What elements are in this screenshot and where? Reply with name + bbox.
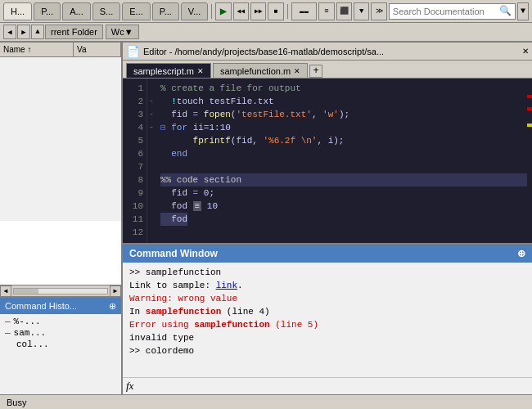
status-bar: Busy: [0, 394, 532, 409]
dash-icon: —: [5, 328, 11, 338]
editor-title-bar: 📄 Editor - /home/andy/projects/base16-ma…: [123, 43, 532, 61]
cmd-line-ref2: (line 5): [270, 320, 318, 330]
toolbar-btn3[interactable]: ⬛: [336, 2, 352, 20]
tab-v[interactable]: V...: [181, 2, 209, 20]
tab-e[interactable]: E...: [122, 2, 151, 20]
cmd-input[interactable]: [137, 381, 529, 391]
command-window-panel: Command Window ⊕ >> samplefunction Link …: [123, 243, 532, 394]
tab-s[interactable]: S...: [92, 2, 121, 20]
filter-button[interactable]: ▼: [517, 2, 529, 20]
toolbar-sep1: [211, 4, 212, 19]
cmd-window-content[interactable]: >> samplefunction Link to sample: link. …: [123, 263, 532, 377]
left-panel: Name ↑ Va ◀ ▶ Command Histo... ⊕: [0, 43, 123, 394]
command-history-panel: Command Histo... ⊕ — %-... — sam... col.…: [0, 296, 121, 394]
search-box: 🔍: [389, 3, 516, 20]
search-icon[interactable]: 🔍: [499, 5, 512, 17]
cmd-fn-link2[interactable]: samplefunction: [194, 320, 269, 330]
cmd-prompt2: >> colordemo: [129, 346, 194, 356]
cmd-history-title: Command Histo...: [5, 301, 77, 311]
toolbar-btn2[interactable]: ≡: [318, 2, 334, 20]
cmd-line-3: Warning: wrong value: [129, 292, 525, 305]
toolbar-btn5[interactable]: ≫: [371, 2, 386, 20]
cmd-line-4: In samplefunction (line 4): [129, 305, 525, 318]
file-table-header: Name ↑ Va: [0, 43, 121, 57]
list-item: — sam...: [3, 327, 118, 339]
right-panel: 📄 Editor - /home/andy/projects/base16-ma…: [123, 43, 532, 394]
col-name[interactable]: Name ↑: [0, 43, 74, 56]
cmd-line-1: >> samplefunction: [129, 266, 525, 279]
list-item: col...: [3, 339, 118, 350]
tab-p2[interactable]: P...: [152, 2, 179, 20]
cmd-text: Link to sample:: [129, 281, 216, 290]
tab-label: samplescript.m: [133, 66, 194, 76]
editor-tab-samplescript[interactable]: samplescript.m ✕: [126, 63, 211, 78]
main-content: Name ↑ Va ◀ ▶ Command Histo... ⊕: [0, 43, 532, 394]
cmd-line-2: Link to sample: link.: [129, 279, 525, 292]
error-marker2: [527, 107, 532, 110]
nav-back-button[interactable]: ◀: [3, 25, 16, 39]
cmd-history-header: Command Histo... ⊕: [0, 298, 121, 314]
run-button[interactable]: ▶: [215, 2, 231, 20]
editor-close-button[interactable]: ✕: [522, 47, 529, 56]
editor-tabs: samplescript.m ✕ samplefunction.m ✕ +: [123, 61, 532, 79]
nav-fwd-button[interactable]: ▶: [17, 25, 30, 39]
editor-icon: 📄: [126, 45, 140, 58]
scroll-right-btn[interactable]: ▶: [110, 285, 121, 297]
cmd-window-expand-icon[interactable]: ⊕: [517, 248, 525, 259]
toolbar-sep2: [287, 4, 288, 19]
cmd-in-text: In: [129, 307, 146, 317]
code-content[interactable]: % create a file for output !touch testFi…: [157, 79, 532, 243]
cmd-history-expand-icon[interactable]: ⊕: [109, 301, 116, 312]
cmd-window-title: Command Window: [129, 248, 218, 259]
cmd-invalid-type: invalid type: [129, 333, 194, 343]
tab-close-icon[interactable]: ✕: [294, 67, 300, 75]
cmd-window-header: Command Window ⊕: [123, 245, 532, 263]
code-markers-bar: [527, 79, 532, 243]
cmd-line-5: Error using samplefunction (line 5): [129, 318, 525, 331]
status-text: Busy: [7, 398, 26, 407]
toolbar-btn1[interactable]: ▬▬: [291, 2, 318, 20]
cmd-line-7: >> colordemo: [129, 344, 525, 357]
add-tab-button[interactable]: +: [309, 65, 322, 78]
tab-close-icon[interactable]: ✕: [197, 67, 204, 75]
file-rows: [0, 57, 121, 221]
stop-button[interactable]: ■: [268, 2, 283, 20]
fx-label: fx: [126, 380, 137, 393]
scroll-left-btn[interactable]: ◀: [0, 285, 11, 297]
line-numbers: 1234 5678 9101112: [123, 79, 147, 243]
cmd-link[interactable]: link: [216, 281, 237, 290]
tab-a[interactable]: A...: [62, 2, 91, 20]
tab-label: samplefunction.m: [220, 66, 291, 76]
folder-toolbar: ◀ ▶ ▲ rrent Folder Wc▼: [0, 23, 532, 43]
cmd-line-ref1: (line 4): [221, 307, 269, 317]
file-table: Name ↑ Va: [0, 43, 121, 285]
cmd-line-6: invalid type: [129, 331, 525, 344]
scroll-track[interactable]: [13, 288, 108, 294]
h-scrollbar[interactable]: ◀ ▶: [0, 285, 121, 296]
history-item-text[interactable]: %-...: [14, 317, 41, 326]
scroll-thumb: [14, 289, 38, 294]
tab-p[interactable]: P...: [34, 2, 61, 20]
code-editor: 1234 5678 9101112 - - -: [123, 79, 532, 243]
nav-up-button[interactable]: ▲: [31, 25, 44, 39]
code-dash-column: - - -: [147, 79, 157, 243]
wd-label[interactable]: Wc▼: [106, 25, 139, 39]
history-item-text[interactable]: sam...: [14, 328, 47, 338]
cmd-warning-text: Warning: wrong value: [129, 294, 237, 303]
cmd-period: .: [237, 281, 243, 290]
tab-h[interactable]: H...: [3, 2, 32, 20]
cmd-error-using: Error using: [129, 320, 194, 330]
history-item-text[interactable]: col...: [16, 339, 49, 349]
cmd-input-row: fx: [123, 377, 532, 394]
main-toolbar: H... P... A... S... E... P... V... ▶ ◀◀ …: [0, 0, 532, 23]
file-browser: Name ↑ Va ◀ ▶: [0, 43, 121, 296]
toolbar-btn4[interactable]: ▼: [354, 2, 369, 20]
search-input[interactable]: [393, 7, 499, 16]
list-item: — %-...: [3, 316, 118, 327]
warning-marker: [527, 124, 532, 127]
step-fwd-button[interactable]: ▶▶: [250, 2, 266, 20]
editor-tab-samplefunction[interactable]: samplefunction.m ✕: [213, 63, 308, 78]
step-back-button[interactable]: ◀◀: [233, 2, 249, 20]
col-val[interactable]: Va: [74, 43, 121, 56]
cmd-fn-link1[interactable]: samplefunction: [146, 307, 221, 317]
